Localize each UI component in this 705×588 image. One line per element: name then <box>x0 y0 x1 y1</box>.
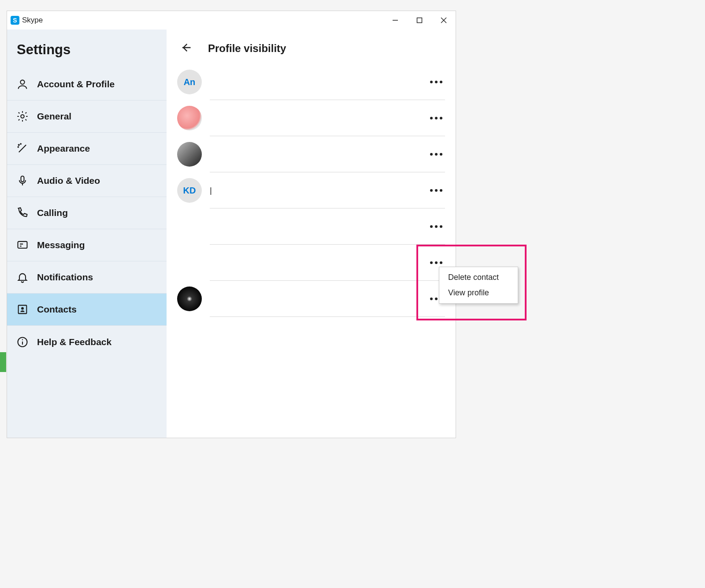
more-button[interactable] <box>427 218 445 235</box>
more-icon <box>430 81 442 83</box>
svg-rect-7 <box>18 242 27 248</box>
more-button[interactable] <box>427 109 445 127</box>
microphone-icon <box>15 173 30 188</box>
message-icon <box>15 238 30 253</box>
avatar: An <box>177 70 202 94</box>
sidebar-item-messaging[interactable]: Messaging <box>7 229 167 261</box>
sidebar-title: Settings <box>7 30 167 68</box>
app-title: Skype <box>22 16 43 25</box>
sidebar-item-account-profile[interactable]: Account & Profile <box>7 68 167 100</box>
more-button[interactable] <box>427 145 445 163</box>
skype-icon: S <box>11 16 19 25</box>
sidebar-item-general[interactable]: General <box>7 100 167 133</box>
contact-row[interactable] <box>177 208 445 245</box>
sidebar-item-audio-video[interactable]: Audio & Video <box>7 165 167 197</box>
contacts-icon <box>15 302 30 317</box>
sidebar: Settings Account & Profile General Appea… <box>7 30 167 438</box>
svg-rect-6 <box>21 176 24 182</box>
more-icon <box>430 261 442 264</box>
sidebar-item-label: Contacts <box>37 304 77 315</box>
contact-row[interactable] <box>177 281 445 317</box>
contact-row[interactable] <box>177 245 445 281</box>
sidebar-item-label: Account & Profile <box>37 79 115 89</box>
info-icon <box>15 335 30 350</box>
avatar <box>177 214 202 239</box>
more-button[interactable] <box>427 73 445 91</box>
sidebar-item-label: Messaging <box>37 240 85 250</box>
sidebar-item-appearance[interactable]: Appearance <box>7 133 167 165</box>
svg-point-12 <box>22 339 23 340</box>
sidebar-item-label: Notifications <box>37 272 93 283</box>
main-header: Profile visibility <box>177 37 445 60</box>
more-icon <box>430 189 442 192</box>
context-menu-delete-contact[interactable]: Delete contact <box>439 270 518 285</box>
more-icon <box>430 117 442 119</box>
sidebar-item-help-feedback[interactable]: Help & Feedback <box>7 326 167 358</box>
avatar: KD <box>177 178 202 203</box>
sidebar-item-label: Appearance <box>37 143 90 154</box>
avatar <box>177 142 202 167</box>
background-fragment <box>0 352 6 372</box>
more-icon <box>430 153 442 156</box>
avatar <box>177 250 202 275</box>
bell-icon <box>15 270 30 285</box>
contact-row[interactable]: An <box>177 64 445 100</box>
contact-row[interactable] <box>177 100 445 136</box>
maximize-button[interactable] <box>407 11 431 30</box>
avatar <box>177 106 202 130</box>
window-controls <box>383 11 456 30</box>
svg-point-5 <box>21 115 24 118</box>
main-panel: Profile visibility An <box>167 30 456 438</box>
more-icon <box>430 225 442 228</box>
minimize-button[interactable] <box>383 11 407 30</box>
contact-list: An KD <box>177 64 445 317</box>
context-menu: Delete contact View profile <box>439 267 518 304</box>
wand-icon <box>15 141 30 156</box>
contact-name: | <box>210 186 212 195</box>
person-icon <box>15 77 30 92</box>
sidebar-item-label: General <box>37 111 71 122</box>
sidebar-item-contacts[interactable]: Contacts <box>7 294 167 326</box>
skype-window: S Skype Settings Account & Profile <box>7 11 456 438</box>
gear-icon <box>15 109 30 124</box>
titlebar: S Skype <box>7 11 456 30</box>
svg-point-9 <box>21 307 24 310</box>
svg-rect-1 <box>417 18 422 23</box>
page-title: Profile visibility <box>208 42 286 55</box>
more-button[interactable] <box>427 182 445 199</box>
svg-point-4 <box>20 80 24 84</box>
sidebar-item-notifications[interactable]: Notifications <box>7 261 167 294</box>
phone-icon <box>15 205 30 220</box>
contact-row[interactable]: KD | <box>177 172 445 208</box>
sidebar-item-label: Help & Feedback <box>37 337 111 347</box>
back-button[interactable] <box>180 41 192 56</box>
context-menu-view-profile[interactable]: View profile <box>439 285 518 301</box>
avatar <box>177 287 202 311</box>
sidebar-item-calling[interactable]: Calling <box>7 197 167 229</box>
close-button[interactable] <box>431 11 456 30</box>
sidebar-item-label: Calling <box>37 208 68 218</box>
sidebar-item-label: Audio & Video <box>37 175 100 186</box>
contact-row[interactable] <box>177 136 445 172</box>
